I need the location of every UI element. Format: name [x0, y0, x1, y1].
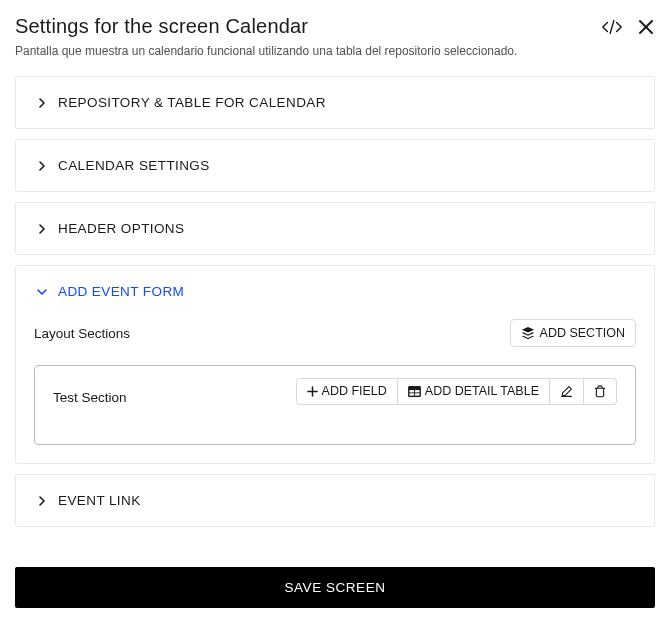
chevron-right-icon — [36, 223, 48, 235]
add-section-label: ADD SECTION — [540, 327, 625, 340]
chevron-right-icon — [36, 97, 48, 109]
panel-header-event-link[interactable]: EVENT LINK — [16, 475, 654, 526]
layout-sections-label: Layout Sections — [34, 326, 130, 341]
section-name: Test Section — [53, 390, 127, 405]
add-field-label: ADD FIELD — [322, 385, 387, 398]
table-icon — [408, 386, 421, 397]
panel-title: EVENT LINK — [58, 493, 141, 508]
svg-line-0 — [610, 20, 614, 33]
panel-title: CALENDAR SETTINGS — [58, 158, 210, 173]
panel-repository: REPOSITORY & TABLE FOR CALENDAR — [15, 76, 655, 129]
panel-title: HEADER OPTIONS — [58, 221, 184, 236]
code-button[interactable] — [601, 18, 623, 36]
plus-icon — [307, 386, 318, 397]
code-icon — [601, 18, 623, 36]
close-icon — [637, 18, 655, 36]
edit-icon — [560, 385, 573, 398]
panel-header-add-event-form[interactable]: ADD EVENT FORM — [16, 266, 654, 317]
section-card: Test Section ADD FIELD — [34, 365, 636, 445]
chevron-down-icon — [36, 286, 48, 298]
chevron-right-icon — [36, 495, 48, 507]
panel-calendar-settings: CALENDAR SETTINGS — [15, 139, 655, 192]
panel-header-calendar-settings[interactable]: CALENDAR SETTINGS — [16, 140, 654, 191]
panel-title: REPOSITORY & TABLE FOR CALENDAR — [58, 95, 326, 110]
svg-rect-6 — [409, 390, 414, 392]
panel-header-header-options[interactable]: HEADER OPTIONS — [16, 203, 654, 254]
panel-title: ADD EVENT FORM — [58, 284, 184, 299]
svg-rect-8 — [409, 393, 414, 395]
page-title: Settings for the screen Calendar — [15, 15, 308, 38]
close-button[interactable] — [637, 18, 655, 36]
chevron-right-icon — [36, 160, 48, 172]
edit-section-button[interactable] — [550, 378, 584, 405]
panel-header-options: HEADER OPTIONS — [15, 202, 655, 255]
add-detail-table-label: ADD DETAIL TABLE — [425, 385, 539, 398]
header-actions — [601, 18, 655, 36]
page-subtitle: Pantalla que muestra un calendario funci… — [15, 44, 655, 58]
panel-event-link: EVENT LINK — [15, 474, 655, 527]
add-detail-table-button[interactable]: ADD DETAIL TABLE — [398, 378, 550, 405]
panel-add-event-form: ADD EVENT FORM Layout Sections ADD SECTI… — [15, 265, 655, 464]
delete-section-button[interactable] — [584, 378, 617, 405]
trash-icon — [594, 385, 606, 398]
add-field-button[interactable]: ADD FIELD — [296, 378, 398, 405]
save-screen-button[interactable]: SAVE SCREEN — [15, 567, 655, 608]
layers-icon — [521, 326, 535, 340]
svg-rect-7 — [415, 390, 420, 392]
svg-rect-9 — [415, 393, 420, 395]
panel-header-repository[interactable]: REPOSITORY & TABLE FOR CALENDAR — [16, 77, 654, 128]
add-section-button[interactable]: ADD SECTION — [510, 319, 636, 347]
